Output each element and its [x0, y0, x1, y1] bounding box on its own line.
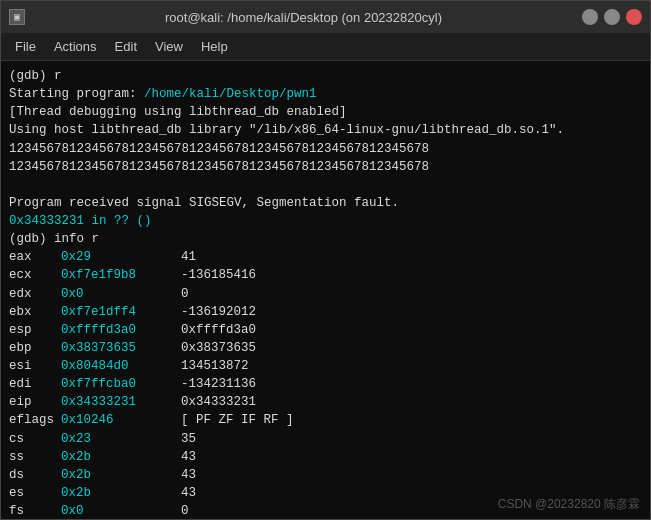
reg-name: edx — [9, 285, 61, 303]
term-line: 1234567812345678123456781234567812345678… — [9, 140, 642, 158]
term-line: Using host libthread_db library "/lib/x8… — [9, 121, 642, 139]
reg-dec: -136185416 — [181, 268, 256, 282]
reg-hex: 0x34333231 — [61, 393, 181, 411]
reg-dec: 0x34333231 — [181, 395, 256, 409]
reg-hex: 0x38373635 — [61, 339, 181, 357]
reg-name: es — [9, 484, 61, 502]
term-line — [9, 176, 642, 194]
reg-name: cs — [9, 430, 61, 448]
reg-hex: 0x2b — [61, 466, 181, 484]
reg-name: ecx — [9, 266, 61, 284]
register-row: eax 0x29 41 — [9, 248, 642, 266]
reg-hex: 0xffffd3a0 — [61, 321, 181, 339]
reg-dec: [ PF ZF IF RF ] — [181, 413, 294, 427]
register-row: esi 0x80484d0 134513872 — [9, 357, 642, 375]
reg-name: esp — [9, 321, 61, 339]
register-row: esp 0xffffd3a0 0xffffd3a0 — [9, 321, 642, 339]
register-row: ss 0x2b 43 — [9, 448, 642, 466]
title-bar-left: ▣ — [9, 9, 25, 25]
reg-name: eflags — [9, 411, 61, 429]
window-title: root@kali: /home/kali/Desktop (on 202328… — [165, 10, 442, 25]
register-row: edi 0xf7ffcba0 -134231136 — [9, 375, 642, 393]
reg-dec: 0xffffd3a0 — [181, 323, 256, 337]
reg-dec: 0 — [181, 287, 189, 301]
reg-hex: 0x80484d0 — [61, 357, 181, 375]
term-line: [Thread debugging using libthread_db ena… — [9, 103, 642, 121]
term-line: 1234567812345678123456781234567812345678… — [9, 158, 642, 176]
register-row: edx 0x0 0 — [9, 285, 642, 303]
minimize-button[interactable] — [582, 9, 598, 25]
reg-hex: 0x2b — [61, 448, 181, 466]
reg-name: fs — [9, 502, 61, 519]
reg-name: esi — [9, 357, 61, 375]
register-row: ebp 0x38373635 0x38373635 — [9, 339, 642, 357]
reg-hex: 0xf7ffcba0 — [61, 375, 181, 393]
reg-dec: 43 — [181, 468, 196, 482]
maximize-button[interactable] — [604, 9, 620, 25]
register-row: ds 0x2b 43 — [9, 466, 642, 484]
program-path: /home/kali/Desktop/pwn1 — [144, 87, 317, 101]
reg-hex: 0x0 — [61, 502, 181, 519]
close-button[interactable] — [626, 9, 642, 25]
reg-hex: 0x10246 — [61, 411, 181, 429]
reg-dec: 43 — [181, 486, 196, 500]
window-icon: ▣ — [9, 9, 25, 25]
reg-hex: 0x0 — [61, 285, 181, 303]
terminal-window: ▣ root@kali: /home/kali/Desktop (on 2023… — [0, 0, 651, 520]
reg-hex: 0x23 — [61, 430, 181, 448]
menu-file[interactable]: File — [7, 36, 44, 57]
reg-dec: 43 — [181, 450, 196, 464]
register-row: ecx 0xf7e1f9b8 -136185416 — [9, 266, 642, 284]
info-r-line: (gdb) info r — [9, 230, 642, 248]
menu-help[interactable]: Help — [193, 36, 236, 57]
reg-hex: 0x29 — [61, 248, 181, 266]
reg-name: ds — [9, 466, 61, 484]
reg-dec: -134231136 — [181, 377, 256, 391]
terminal-body[interactable]: (gdb) r Starting program: /home/kali/Des… — [1, 61, 650, 519]
menu-actions[interactable]: Actions — [46, 36, 105, 57]
reg-name: eax — [9, 248, 61, 266]
register-row: cs 0x23 35 — [9, 430, 642, 448]
reg-hex: 0x2b — [61, 484, 181, 502]
registers-section: eax 0x29 41ecx 0xf7e1f9b8 -136185416edx … — [9, 248, 642, 519]
reg-name: edi — [9, 375, 61, 393]
reg-dec: -136192012 — [181, 305, 256, 319]
window-controls — [582, 9, 642, 25]
reg-dec: 0 — [181, 504, 189, 518]
title-bar: ▣ root@kali: /home/kali/Desktop (on 2023… — [1, 1, 650, 33]
sigsegv-line: Program received signal SIGSEGV, Segment… — [9, 194, 642, 212]
reg-hex: 0xf7e1f9b8 — [61, 266, 181, 284]
watermark: CSDN @20232820 陈彦霖 — [498, 496, 640, 513]
reg-dec: 0x38373635 — [181, 341, 256, 355]
reg-name: eip — [9, 393, 61, 411]
register-row: ebx 0xf7e1dff4 -136192012 — [9, 303, 642, 321]
reg-dec: 41 — [181, 250, 196, 264]
menu-bar: File Actions Edit View Help — [1, 33, 650, 61]
reg-name: ebx — [9, 303, 61, 321]
reg-name: ebp — [9, 339, 61, 357]
reg-name: ss — [9, 448, 61, 466]
register-row: eip 0x34333231 0x34333231 — [9, 393, 642, 411]
term-line: (gdb) r — [9, 67, 642, 85]
reg-hex: 0xf7e1dff4 — [61, 303, 181, 321]
register-row: eflags 0x10246 [ PF ZF IF RF ] — [9, 411, 642, 429]
term-line: Starting program: /home/kali/Desktop/pwn… — [9, 85, 642, 103]
reg-dec: 134513872 — [181, 359, 249, 373]
menu-view[interactable]: View — [147, 36, 191, 57]
address-line: 0x34333231 in ?? () — [9, 212, 642, 230]
reg-dec: 35 — [181, 432, 196, 446]
menu-edit[interactable]: Edit — [107, 36, 145, 57]
